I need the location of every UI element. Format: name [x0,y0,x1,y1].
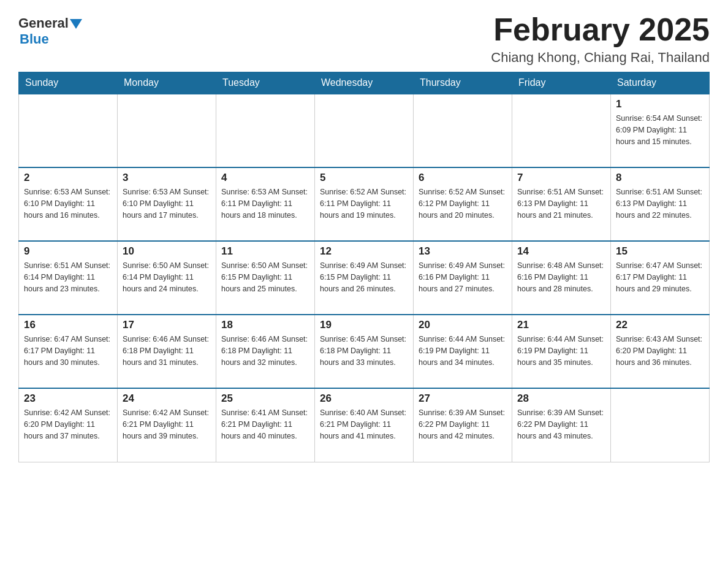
calendar-day-cell: 23Sunrise: 6:42 AM Sunset: 6:20 PM Dayli… [19,388,118,462]
logo-triangle-icon [70,19,82,29]
day-info: Sunrise: 6:52 AM Sunset: 6:11 PM Dayligh… [320,186,408,221]
calendar-day-cell [414,94,512,167]
calendar-day-cell: 28Sunrise: 6:39 AM Sunset: 6:22 PM Dayli… [512,388,611,462]
day-number: 8 [616,172,704,184]
day-number: 9 [24,245,112,258]
day-info: Sunrise: 6:42 AM Sunset: 6:20 PM Dayligh… [24,407,112,442]
calendar-day-cell [512,94,611,167]
day-info: Sunrise: 6:51 AM Sunset: 6:14 PM Dayligh… [24,260,112,294]
day-number: 5 [320,172,408,184]
day-info: Sunrise: 6:53 AM Sunset: 6:10 PM Dayligh… [123,186,211,221]
calendar-day-cell: 24Sunrise: 6:42 AM Sunset: 6:21 PM Dayli… [118,388,216,462]
calendar-day-cell: 27Sunrise: 6:39 AM Sunset: 6:22 PM Dayli… [414,388,512,462]
day-number: 21 [517,319,605,331]
day-number: 26 [320,393,408,405]
calendar-day-cell: 14Sunrise: 6:48 AM Sunset: 6:16 PM Dayli… [512,241,611,315]
day-number: 23 [24,393,112,405]
day-number: 27 [419,393,507,405]
day-number: 3 [123,172,211,184]
day-number: 14 [517,245,605,258]
calendar-day-cell: 17Sunrise: 6:46 AM Sunset: 6:18 PM Dayli… [118,315,216,388]
calendar-day-cell: 16Sunrise: 6:47 AM Sunset: 6:17 PM Dayli… [19,315,118,388]
calendar-day-cell: 26Sunrise: 6:40 AM Sunset: 6:21 PM Dayli… [315,388,414,462]
day-number: 16 [24,319,112,331]
calendar-table: SundayMondayTuesdayWednesdayThursdayFrid… [18,72,710,462]
day-info: Sunrise: 6:47 AM Sunset: 6:17 PM Dayligh… [616,260,704,294]
weekday-header-wednesday: Wednesday [315,72,414,94]
day-info: Sunrise: 6:44 AM Sunset: 6:19 PM Dayligh… [419,334,507,368]
month-title: February 2025 [491,12,710,47]
calendar-day-cell [216,94,315,167]
day-number: 7 [517,172,605,184]
page-header: General Blue February 2025 Chiang Khong,… [18,12,710,66]
day-info: Sunrise: 6:53 AM Sunset: 6:10 PM Dayligh… [24,186,112,221]
weekday-header-row: SundayMondayTuesdayWednesdayThursdayFrid… [19,72,710,94]
location-title: Chiang Khong, Chiang Rai, Thailand [491,50,710,66]
day-number: 13 [419,245,507,258]
weekday-header-monday: Monday [118,72,216,94]
calendar-day-cell: 11Sunrise: 6:50 AM Sunset: 6:15 PM Dayli… [216,241,315,315]
calendar-week-row: 2Sunrise: 6:53 AM Sunset: 6:10 PM Daylig… [19,167,710,241]
day-info: Sunrise: 6:53 AM Sunset: 6:11 PM Dayligh… [221,186,309,221]
day-number: 11 [221,245,309,258]
weekday-header-thursday: Thursday [414,72,512,94]
calendar-day-cell: 10Sunrise: 6:50 AM Sunset: 6:14 PM Dayli… [118,241,216,315]
weekday-header-saturday: Saturday [611,72,710,94]
calendar-day-cell [611,388,710,462]
day-number: 28 [517,393,605,405]
day-info: Sunrise: 6:45 AM Sunset: 6:18 PM Dayligh… [320,334,408,368]
day-info: Sunrise: 6:40 AM Sunset: 6:21 PM Dayligh… [320,407,408,442]
day-number: 25 [221,393,309,405]
calendar-day-cell: 3Sunrise: 6:53 AM Sunset: 6:10 PM Daylig… [118,167,216,241]
day-info: Sunrise: 6:51 AM Sunset: 6:13 PM Dayligh… [616,186,704,221]
calendar-day-cell: 7Sunrise: 6:51 AM Sunset: 6:13 PM Daylig… [512,167,611,241]
day-info: Sunrise: 6:49 AM Sunset: 6:15 PM Dayligh… [320,260,408,294]
calendar-day-cell: 6Sunrise: 6:52 AM Sunset: 6:12 PM Daylig… [414,167,512,241]
day-info: Sunrise: 6:46 AM Sunset: 6:18 PM Dayligh… [221,334,309,368]
day-info: Sunrise: 6:46 AM Sunset: 6:18 PM Dayligh… [123,334,211,368]
title-section: February 2025 Chiang Khong, Chiang Rai, … [491,12,710,66]
calendar-day-cell: 21Sunrise: 6:44 AM Sunset: 6:19 PM Dayli… [512,315,611,388]
calendar-day-cell: 15Sunrise: 6:47 AM Sunset: 6:17 PM Dayli… [611,241,710,315]
calendar-day-cell: 25Sunrise: 6:41 AM Sunset: 6:21 PM Dayli… [216,388,315,462]
calendar-day-cell: 19Sunrise: 6:45 AM Sunset: 6:18 PM Dayli… [315,315,414,388]
calendar-day-cell: 22Sunrise: 6:43 AM Sunset: 6:20 PM Dayli… [611,315,710,388]
day-info: Sunrise: 6:43 AM Sunset: 6:20 PM Dayligh… [616,334,704,368]
calendar-day-cell: 13Sunrise: 6:49 AM Sunset: 6:16 PM Dayli… [414,241,512,315]
calendar-day-cell: 18Sunrise: 6:46 AM Sunset: 6:18 PM Dayli… [216,315,315,388]
day-number: 12 [320,245,408,258]
calendar-week-row: 16Sunrise: 6:47 AM Sunset: 6:17 PM Dayli… [19,315,710,388]
day-number: 1 [616,98,704,110]
day-number: 2 [24,172,112,184]
day-info: Sunrise: 6:47 AM Sunset: 6:17 PM Dayligh… [24,334,112,368]
day-info: Sunrise: 6:39 AM Sunset: 6:22 PM Dayligh… [517,407,605,442]
calendar-day-cell [315,94,414,167]
day-number: 19 [320,319,408,331]
day-number: 20 [419,319,507,331]
weekday-header-sunday: Sunday [19,72,118,94]
weekday-header-tuesday: Tuesday [216,72,315,94]
calendar-day-cell: 9Sunrise: 6:51 AM Sunset: 6:14 PM Daylig… [19,241,118,315]
calendar-week-row: 23Sunrise: 6:42 AM Sunset: 6:20 PM Dayli… [19,388,710,462]
calendar-week-row: 1Sunrise: 6:54 AM Sunset: 6:09 PM Daylig… [19,94,710,167]
calendar-day-cell [19,94,118,167]
day-info: Sunrise: 6:50 AM Sunset: 6:15 PM Dayligh… [221,260,309,294]
calendar-day-cell: 5Sunrise: 6:52 AM Sunset: 6:11 PM Daylig… [315,167,414,241]
day-info: Sunrise: 6:50 AM Sunset: 6:14 PM Dayligh… [123,260,211,294]
logo-blue: Blue [20,31,82,47]
day-number: 22 [616,319,704,331]
day-number: 15 [616,245,704,258]
day-number: 24 [123,393,211,405]
day-number: 17 [123,319,211,331]
calendar-day-cell: 1Sunrise: 6:54 AM Sunset: 6:09 PM Daylig… [611,94,710,167]
day-info: Sunrise: 6:48 AM Sunset: 6:16 PM Dayligh… [517,260,605,294]
day-info: Sunrise: 6:39 AM Sunset: 6:22 PM Dayligh… [419,407,507,442]
day-info: Sunrise: 6:41 AM Sunset: 6:21 PM Dayligh… [221,407,309,442]
calendar-day-cell: 20Sunrise: 6:44 AM Sunset: 6:19 PM Dayli… [414,315,512,388]
day-number: 18 [221,319,309,331]
logo: General Blue [18,15,82,47]
day-info: Sunrise: 6:42 AM Sunset: 6:21 PM Dayligh… [123,407,211,442]
day-info: Sunrise: 6:54 AM Sunset: 6:09 PM Dayligh… [616,113,704,147]
calendar-day-cell [118,94,216,167]
calendar-day-cell: 2Sunrise: 6:53 AM Sunset: 6:10 PM Daylig… [19,167,118,241]
